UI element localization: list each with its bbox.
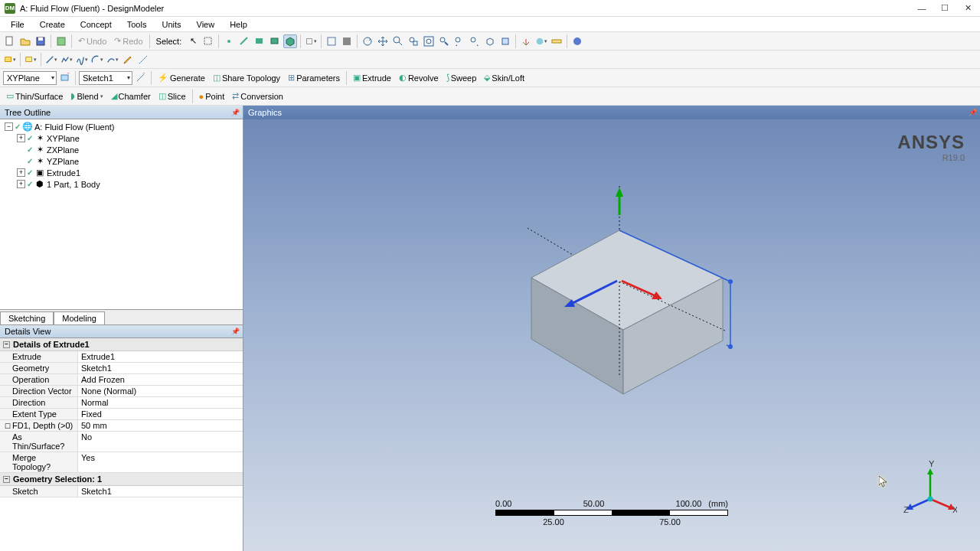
thin-surface-button[interactable]: ▭Thin/Surface [3, 90, 66, 103]
arc-icon[interactable]: ▾ [90, 53, 104, 67]
info-icon[interactable] [570, 34, 584, 48]
pin-icon[interactable]: 📌 [231, 328, 240, 335]
filter-body-active-icon[interactable] [283, 34, 297, 48]
prop-extrude-val[interactable]: Extrude1 [78, 351, 243, 362]
details-group-geomsel[interactable]: −Geometry Selection: 1 [0, 473, 243, 486]
chamfer-button[interactable]: ◢Chamfer [108, 90, 154, 103]
filter-face-icon[interactable] [253, 34, 266, 48]
prop-geometry-val[interactable]: Sketch1 [78, 363, 243, 373]
select-box-icon[interactable] [201, 34, 215, 48]
new-sketch-icon[interactable]: * [134, 71, 148, 85]
tree-zxplane[interactable]: ✓✶ZXPlane [2, 144, 241, 155]
svg-line-29 [47, 56, 54, 63]
menu-help[interactable]: Help [224, 18, 253, 31]
revolve-button[interactable]: ◐Revolve [396, 71, 442, 84]
menu-file[interactable]: File [5, 18, 31, 31]
import-icon[interactable] [54, 34, 68, 48]
sketch-face-icon[interactable]: ▾ [24, 53, 38, 67]
slice-button[interactable]: ◫Slice [155, 90, 189, 103]
new-plane-icon[interactable]: * [58, 71, 72, 85]
prev-view-icon[interactable] [452, 34, 466, 48]
blend-button[interactable]: ◗Blend▾ [67, 90, 106, 103]
menu-concept[interactable]: Concept [74, 18, 118, 31]
prop-sketch-val[interactable]: Sketch1 [78, 486, 243, 497]
tree-extrude1[interactable]: +✓▣Extrude1 [2, 167, 241, 178]
filter-edge-icon[interactable] [237, 34, 251, 48]
point-button[interactable]: ●Point [196, 90, 228, 103]
extend-sel-icon[interactable]: ▾ [304, 34, 318, 48]
tree-part[interactable]: +✓⬢1 Part, 1 Body [2, 178, 241, 190]
sweep-button[interactable]: ⟆Sweep [443, 71, 480, 84]
prop-extent-val[interactable]: Fixed [78, 409, 243, 419]
generate-button[interactable]: ⚡Generate [155, 71, 208, 84]
skinloft-button[interactable]: ⬙Skin/Loft [481, 71, 528, 84]
prop-operation-val[interactable]: Add Frozen [78, 374, 243, 385]
ruler-icon[interactable] [550, 34, 564, 48]
menu-units[interactable]: Units [155, 18, 187, 31]
maximize-button[interactable]: ☐ [940, 4, 949, 13]
minimize-button[interactable]: — [917, 4, 926, 13]
undo-button[interactable]: ↶Undo [75, 34, 109, 47]
tree-outline[interactable]: −✓🌐A: Fluid Flow (Fluent) +✓✶XYPlane ✓✶Z… [0, 119, 243, 309]
zoom-sel-icon[interactable] [437, 34, 451, 48]
zoom-icon[interactable] [391, 34, 405, 48]
parameters-button[interactable]: ⊞Parameters [285, 71, 343, 84]
zoom-fit-icon[interactable] [422, 34, 436, 48]
tab-sketching[interactable]: Sketching [0, 311, 54, 325]
next-view-icon[interactable] [468, 34, 482, 48]
filter-body-icon[interactable] [268, 34, 282, 48]
pan-icon[interactable] [376, 34, 390, 48]
close-button[interactable]: ✕ [963, 4, 972, 13]
tree-root[interactable]: −✓🌐A: Fluid Flow (Fluent) [2, 121, 241, 132]
svg-rect-16 [413, 41, 417, 45]
svg-point-22 [471, 37, 475, 42]
spline-icon[interactable]: ▾ [75, 53, 89, 67]
pin-icon[interactable]: 📌 [969, 109, 977, 116]
triad-axes[interactable]: Y X Z [903, 461, 957, 514]
construction-icon[interactable] [136, 53, 150, 67]
tree-xyplane[interactable]: +✓✶XYPlane [2, 132, 241, 144]
prop-dirvec-val[interactable]: None (Normal) [78, 386, 243, 396]
pin-icon[interactable]: 📌 [231, 109, 240, 116]
plane-select[interactable]: XYPlane [3, 71, 57, 85]
sketch-select[interactable]: Sketch1 [79, 71, 132, 85]
svg-text:Y: Y [929, 461, 935, 468]
tab-modeling[interactable]: Modeling [54, 311, 105, 325]
toolbar-file: ↶Undo ↷Redo Select: ↖ ▾ ▾ [0, 32, 980, 51]
menu-tools[interactable]: Tools [121, 18, 153, 31]
select-arrow-icon[interactable]: ↖ [186, 34, 200, 48]
conversion-button[interactable]: ⇄Conversion [229, 90, 286, 103]
prop-direction-val[interactable]: Normal [78, 397, 243, 408]
viewport-3d[interactable]: ANSYS R19.0 [243, 119, 980, 551]
zoom-box-icon[interactable] [407, 34, 420, 48]
prop-depth-val[interactable]: 50 mm [78, 420, 243, 431]
line-icon[interactable]: ▾ [44, 53, 58, 67]
wireframe-icon[interactable] [325, 34, 338, 48]
tree-yzplane[interactable]: ✓✶YZPlane [2, 155, 241, 167]
display-icon[interactable]: ▾ [534, 34, 548, 48]
curve-icon[interactable]: ▾ [106, 53, 119, 67]
redo-button[interactable]: ↷Redo [111, 34, 145, 47]
prop-merge-val[interactable]: Yes [78, 452, 243, 472]
pencil-icon[interactable] [121, 53, 135, 67]
toolbar-sketch: ▾ ▾ ▾ ▾ ▾ ▾ ▾ [0, 51, 980, 69]
shaded-icon[interactable] [340, 34, 354, 48]
menu-create[interactable]: Create [34, 18, 71, 31]
prop-thin-val[interactable]: No [78, 432, 243, 452]
save-icon[interactable] [34, 34, 47, 48]
new-icon[interactable] [3, 34, 17, 48]
extrude-button[interactable]: ▣Extrude [350, 71, 394, 84]
look-at-icon[interactable] [498, 34, 512, 48]
axis-icon[interactable] [519, 34, 533, 48]
rotate-icon[interactable] [361, 34, 374, 48]
details-group-extrude[interactable]: −Details of Extrude1 [0, 338, 243, 351]
model-geometry[interactable] [459, 178, 765, 454]
sketch-rect-icon[interactable]: ▾ [3, 53, 17, 67]
iso-view-icon[interactable] [483, 34, 497, 48]
open-icon[interactable] [18, 34, 32, 48]
share-topology-button[interactable]: ◫Share Topology [210, 71, 283, 84]
polyline-icon[interactable]: ▾ [60, 53, 74, 67]
menu-view[interactable]: View [191, 18, 221, 31]
details-header: Details View 📌 [0, 324, 243, 338]
filter-point-icon[interactable] [222, 34, 236, 48]
